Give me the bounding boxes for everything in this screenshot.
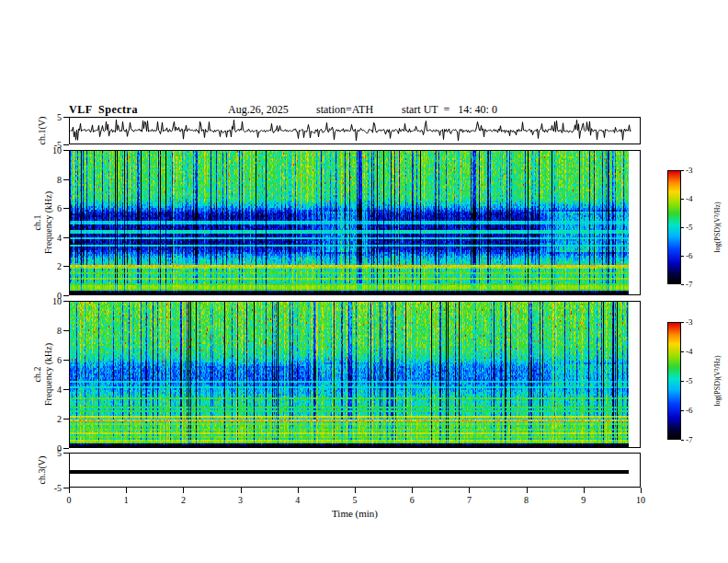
- ch3-waveform-canvas: [70, 454, 640, 487]
- y-axis-label: ch.1(V): [37, 117, 48, 145]
- tick-mark: [681, 381, 684, 382]
- x-tick-label: 8: [524, 495, 529, 505]
- figure-title: VLF Spectra: [69, 103, 138, 117]
- tick-mark: [63, 144, 69, 145]
- x-tick-label: 2: [181, 495, 186, 505]
- tick-mark: [183, 488, 184, 493]
- tick-mark: [63, 389, 69, 390]
- colorbar-tick-label: -4: [686, 194, 693, 203]
- x-tick-label: 6: [410, 495, 415, 505]
- y-axis-label: ch.3(V): [37, 456, 48, 485]
- tick-mark: [681, 410, 684, 411]
- tick-mark: [527, 488, 528, 493]
- y-axis-label: ch.1Frequency (kHz): [32, 191, 53, 254]
- tick-mark: [63, 266, 69, 267]
- colorbar-tick-label: -3: [686, 317, 693, 327]
- tick-mark: [584, 488, 585, 493]
- colorbar-tick-label: -7: [686, 435, 693, 444]
- colorbar-ch2: [667, 322, 681, 440]
- ch1-waveform-canvas: [70, 118, 640, 144]
- colorbar-tick-label: -3: [686, 166, 693, 175]
- y-tick-label: 2: [57, 414, 62, 424]
- tick-mark: [63, 448, 69, 449]
- colorbar-ch1: [667, 170, 681, 284]
- x-tick-label: 5: [353, 495, 358, 505]
- x-tick-label: 10: [636, 495, 645, 505]
- tick-mark: [681, 351, 684, 352]
- x-tick-label: 1: [124, 495, 129, 505]
- colorbar-tick-label: -5: [686, 376, 693, 385]
- y-tick-label: 8: [57, 174, 62, 184]
- panel-ch1-spectrogram: [69, 150, 641, 295]
- tick-mark: [681, 170, 684, 171]
- panel-ch1-waveform: [69, 117, 641, 144]
- station-label: station=ATH: [316, 103, 373, 117]
- y-tick-label: 6: [57, 203, 62, 213]
- tick-mark: [63, 419, 69, 419]
- tick-mark: [469, 488, 470, 493]
- tick-mark: [681, 440, 684, 441]
- colorbar-ch2-canvas: [668, 323, 680, 439]
- tick-mark: [63, 117, 69, 118]
- tick-mark: [241, 488, 242, 493]
- x-tick-label: 4: [295, 495, 300, 505]
- colorbar-tick-label: -6: [686, 406, 693, 415]
- colorbar-tick-label: -6: [686, 251, 693, 260]
- ch1-spectrogram-canvas: [70, 151, 640, 294]
- figure-date: Aug.26, 2025: [228, 103, 289, 117]
- tick-mark: [641, 488, 642, 493]
- tick-mark: [69, 488, 70, 493]
- tick-mark: [63, 295, 69, 296]
- tick-mark: [298, 488, 299, 493]
- start-ut-label: start UT = 14: 40: 0: [402, 103, 497, 117]
- y-tick-label: 4: [57, 232, 62, 242]
- y-tick-label: 5: [57, 448, 62, 458]
- tick-mark: [63, 301, 69, 302]
- panel-ch3-waveform: [69, 453, 641, 488]
- y-tick-label: 4: [57, 385, 62, 395]
- tick-mark: [681, 256, 684, 257]
- tick-mark: [63, 360, 69, 361]
- x-tick-label: 9: [581, 495, 586, 505]
- ch2-spectrogram-canvas: [70, 302, 640, 447]
- colorbar-tick-label: -4: [686, 347, 693, 356]
- tick-mark: [355, 488, 356, 493]
- colorbar-tick-label: -5: [686, 223, 693, 232]
- colorbar-tick-label: -7: [686, 280, 693, 289]
- vlf-spectra-figure: VLF Spectra Aug.26, 2025 station=ATH sta…: [0, 0, 728, 563]
- tick-mark: [681, 227, 684, 228]
- colorbar-ch1-canvas: [668, 171, 680, 283]
- tick-mark: [681, 284, 684, 285]
- tick-mark: [63, 330, 69, 331]
- tick-mark: [63, 237, 69, 238]
- x-tick-label: 0: [67, 495, 72, 505]
- tick-mark: [63, 150, 69, 151]
- y-tick-label: 6: [57, 355, 62, 365]
- y-tick-label: 10: [52, 145, 62, 155]
- tick-mark: [63, 208, 69, 209]
- x-tick-label: 3: [238, 495, 243, 505]
- y-axis-label: ch.2Frequency (kHz): [32, 343, 53, 406]
- x-axis-title: Time (min): [332, 508, 378, 519]
- tick-mark: [681, 199, 684, 200]
- colorbar-title: log(PSD)(V²/Hz): [713, 355, 722, 406]
- panel-ch2-spectrogram: [69, 301, 641, 448]
- y-tick-label: 8: [57, 326, 62, 336]
- y-tick-label: 2: [57, 261, 62, 271]
- y-tick-label: -5: [54, 483, 62, 493]
- tick-mark: [126, 488, 127, 493]
- colorbar-title: log(PSD)(V²/Hz): [713, 201, 722, 252]
- y-tick-label: 5: [57, 112, 62, 122]
- tick-mark: [681, 322, 684, 323]
- tick-mark: [63, 179, 69, 180]
- tick-mark: [412, 488, 413, 493]
- tick-mark: [63, 453, 69, 454]
- x-tick-label: 7: [467, 495, 472, 505]
- y-tick-label: 10: [52, 296, 62, 306]
